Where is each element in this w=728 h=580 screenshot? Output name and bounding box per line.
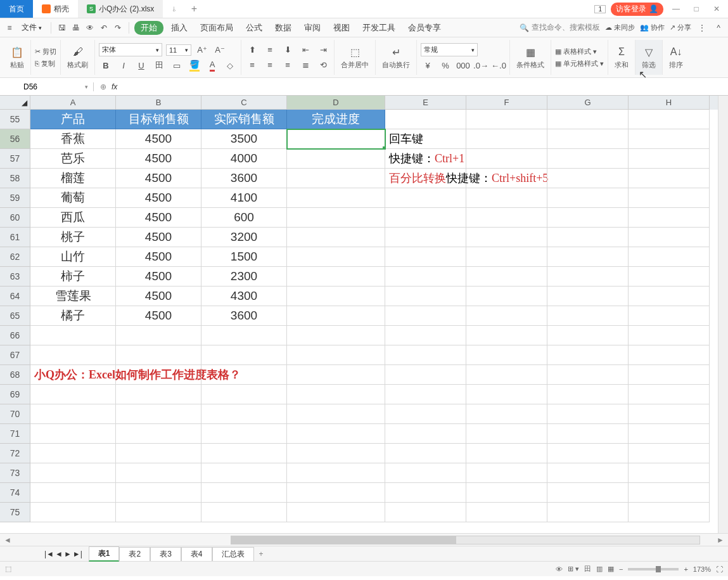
cell[interactable] (116, 345, 201, 365)
cell[interactable]: 4500 (116, 149, 201, 169)
cell[interactable] (629, 110, 710, 129)
login-button[interactable]: 访客登录👤 (611, 3, 663, 16)
cell[interactable]: 4500 (116, 129, 201, 149)
tab-file[interactable]: S小Q办公 (2).xlsx (78, 0, 163, 18)
cell[interactable] (385, 444, 466, 463)
sheet-tab-3[interactable]: 表3 (150, 547, 181, 561)
cell[interactable] (466, 149, 547, 169)
cell[interactable]: 4500 (116, 228, 201, 247)
cell[interactable]: 3500 (201, 129, 287, 149)
status-icon[interactable]: ⬚ (5, 565, 11, 573)
cell[interactable] (629, 385, 710, 404)
cell[interactable] (116, 503, 201, 522)
cell[interactable] (287, 149, 385, 169)
cell[interactable] (629, 149, 710, 169)
cell[interactable] (287, 208, 385, 228)
menu-start[interactable]: 开始 (134, 21, 163, 35)
cell[interactable] (385, 326, 466, 345)
font-size-select[interactable]: 11▾ (166, 44, 191, 56)
cell[interactable] (385, 503, 466, 522)
cell[interactable] (629, 228, 710, 247)
cell[interactable] (547, 503, 629, 522)
collapse-ribbon-icon[interactable]: ^ (713, 22, 724, 34)
undo-icon[interactable]: ↶ (98, 22, 110, 34)
cell[interactable] (116, 385, 201, 404)
zoom-in-icon[interactable]: + (684, 565, 687, 573)
scroll-track[interactable] (231, 536, 700, 545)
dec-dec-icon[interactable]: ←.0 (492, 59, 506, 72)
cell[interactable] (116, 463, 201, 483)
cell[interactable] (30, 326, 116, 345)
cell[interactable]: 4000 (201, 149, 287, 169)
cell[interactable] (547, 208, 629, 228)
cell[interactable] (201, 424, 287, 444)
cell[interactable] (287, 424, 385, 444)
cell[interactable]: 3600 (201, 306, 287, 326)
align-left-icon[interactable]: ≡ (245, 59, 259, 72)
grid-mode-icon[interactable]: ⊞ ▾ (568, 565, 579, 573)
cell[interactable] (547, 463, 629, 483)
cell[interactable]: 橘子 (30, 306, 116, 326)
cell[interactable] (385, 188, 466, 208)
cell[interactable] (385, 483, 466, 503)
cell[interactable] (547, 385, 629, 404)
dec-inc-icon[interactable]: .0→ (474, 59, 488, 72)
file-menu[interactable]: 文件▾ (18, 22, 46, 33)
cell[interactable] (629, 306, 710, 326)
increase-font-icon[interactable]: A⁺ (195, 44, 209, 56)
row-header[interactable]: 62 (0, 247, 30, 267)
cell[interactable] (547, 483, 629, 503)
cell[interactable]: 4100 (201, 188, 287, 208)
align-top-icon[interactable]: ⬆ (245, 44, 259, 56)
cell[interactable] (547, 228, 629, 247)
cell[interactable] (116, 424, 201, 444)
cell[interactable] (466, 110, 547, 129)
cell[interactable] (287, 404, 385, 424)
row-header[interactable]: 58 (0, 169, 30, 188)
cell[interactable]: 4500 (116, 267, 201, 287)
cell[interactable] (201, 463, 287, 483)
view-normal-icon[interactable]: 田 (584, 564, 591, 574)
align-right-icon[interactable]: ≡ (281, 59, 295, 72)
cell[interactable] (201, 365, 287, 385)
row-header[interactable]: 74 (0, 483, 30, 503)
cell[interactable] (629, 444, 710, 463)
select-all-corner[interactable]: ◢ (0, 96, 30, 110)
row-header[interactable]: 70 (0, 404, 30, 424)
row-header[interactable]: 55 (0, 110, 30, 129)
sync-status[interactable]: ☁ 未同步 (605, 23, 635, 32)
cell[interactable] (466, 188, 547, 208)
cell[interactable] (201, 385, 287, 404)
cell[interactable] (629, 365, 710, 385)
filter-button[interactable]: ▽筛选 (639, 45, 658, 70)
cell[interactable] (287, 326, 385, 345)
cell[interactable] (547, 365, 629, 385)
underline-button[interactable]: U (134, 59, 148, 72)
percent-icon[interactable]: % (438, 59, 452, 72)
minimize-button[interactable]: — (668, 2, 684, 16)
cell-ref-input[interactable] (5, 82, 56, 91)
cell-style-button[interactable]: ▦ 单元格样式 ▾ (555, 59, 604, 68)
cell[interactable] (287, 267, 385, 287)
row-header[interactable]: 61 (0, 228, 30, 247)
row-header[interactable]: 60 (0, 208, 30, 228)
view-page-icon[interactable]: ▥ (596, 565, 603, 573)
row-header[interactable]: 72 (0, 444, 30, 463)
cell[interactable]: 600 (201, 208, 287, 228)
cell[interactable] (385, 287, 466, 306)
cell[interactable] (385, 306, 466, 326)
comma-icon[interactable]: 000 (456, 59, 470, 72)
cell[interactable] (201, 326, 287, 345)
cells-area[interactable]: 产品目标销售额实际销售额完成进度香蕉45003500回车键芭乐45004000快… (30, 110, 710, 522)
cell[interactable] (201, 503, 287, 522)
clear-format-button[interactable]: ◇ (223, 59, 237, 72)
cell[interactable] (287, 385, 385, 404)
cell[interactable] (547, 129, 629, 149)
cell[interactable] (547, 345, 629, 365)
cell[interactable] (466, 228, 547, 247)
cell[interactable] (201, 345, 287, 365)
cell[interactable]: 3600 (201, 169, 287, 188)
sort-button[interactable]: A↓排序 (667, 45, 686, 70)
indent-dec-icon[interactable]: ⇤ (298, 44, 312, 56)
tab-home[interactable]: 首页 (0, 0, 33, 18)
